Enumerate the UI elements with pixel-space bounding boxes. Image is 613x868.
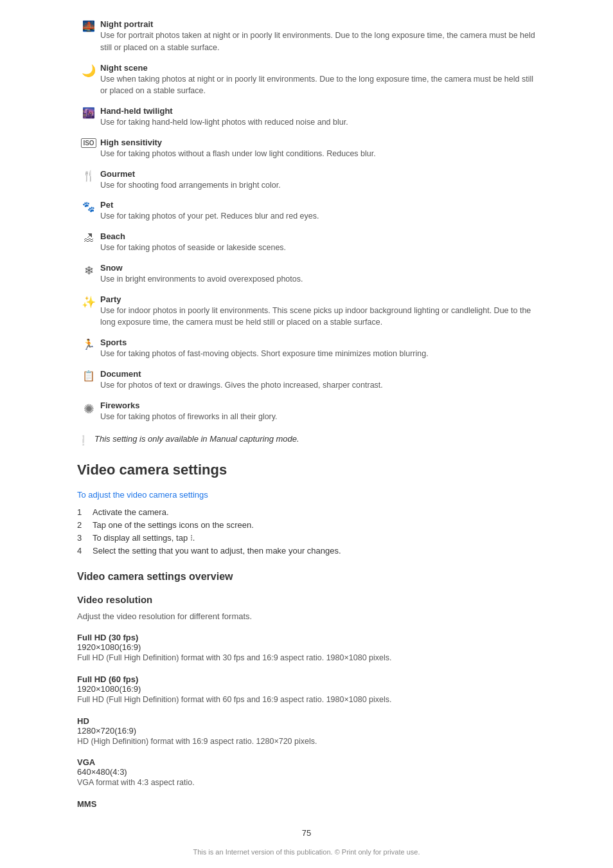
video-section-heading: Video camera settings <box>77 462 536 478</box>
step-item: 4Select the setting that you want to adj… <box>77 546 536 556</box>
scene-desc: Use for taking photos without a flash un… <box>100 148 536 160</box>
scene-icon: ISO <box>77 138 100 148</box>
scene-content: Snow Use in bright environments to avoid… <box>100 263 536 285</box>
scene-content: Sports Use for taking photos of fast-mov… <box>100 338 536 360</box>
scene-item: ✺ Fireworks Use for taking photos of fir… <box>77 401 536 423</box>
scene-content: Hand-held twilight Use for taking hand-h… <box>100 106 536 129</box>
resolution-item: Full HD (30 fps)1920×1080(16:9)Full HD (… <box>77 633 536 664</box>
scene-icon: ✺ <box>77 401 100 417</box>
resolution-heading: Video resolution <box>77 594 536 605</box>
scene-item: 🌆 Hand-held twilight Use for taking hand… <box>77 106 536 129</box>
step-number: 2 <box>77 520 87 530</box>
step-item: 2Tap one of the settings icons on the sc… <box>77 520 536 530</box>
scene-desc: Use for photos of text or drawings. Give… <box>100 379 536 392</box>
scene-icon: 🏃 <box>77 338 100 350</box>
step-text: Select the setting that you want to adju… <box>93 546 536 556</box>
res-sublabel: 640×480(4:3) <box>77 767 536 777</box>
scene-icon: 🌉 <box>77 19 100 32</box>
res-label: VGA <box>77 757 536 767</box>
scene-title: Fireworks <box>100 401 536 410</box>
page: 🌉 Night portrait Use for portrait photos… <box>0 0 613 868</box>
step-number: 1 <box>77 507 87 517</box>
scene-content: High sensitivity Use for taking photos w… <box>100 138 536 160</box>
scene-title: Sports <box>100 338 536 347</box>
scene-icon: 🏖 <box>77 231 100 244</box>
scene-title: Party <box>100 294 536 304</box>
res-desc: Full HD (Full High Definition) format wi… <box>77 694 536 706</box>
scene-desc: Use for portrait photos taken at night o… <box>100 30 536 54</box>
scene-title: High sensitivity <box>100 138 536 147</box>
scene-content: Party Use for indoor photos in poorly li… <box>100 294 536 329</box>
scene-content: Beach Use for taking photos of seaside o… <box>100 231 536 254</box>
scene-title: Pet <box>100 200 536 210</box>
scene-content: Gourmet Use for shooting food arrangemen… <box>100 169 536 192</box>
scene-item: 🏖 Beach Use for taking photos of seaside… <box>77 231 536 254</box>
scene-desc: Use for taking photos of your pet. Reduc… <box>100 210 536 222</box>
scene-item: 🍴 Gourmet Use for shooting food arrangem… <box>77 169 536 192</box>
scene-title: Night scene <box>100 63 536 73</box>
page-number: 75 <box>77 828 536 838</box>
scene-content: Fireworks Use for taking photos of firew… <box>100 401 536 423</box>
scene-title: Gourmet <box>100 169 536 179</box>
res-desc: VGA format with 4:3 aspect ratio. <box>77 777 536 789</box>
scene-content: Document Use for photos of text or drawi… <box>100 369 536 392</box>
scene-item: ✨ Party Use for indoor photos in poorly … <box>77 294 536 329</box>
video-settings-link[interactable]: To adjust the video camera settings <box>77 490 536 500</box>
footer: This is an Internet version of this publ… <box>77 848 536 856</box>
res-sublabel: 1920×1080(16:9) <box>77 684 536 694</box>
scene-item: 🌉 Night portrait Use for portrait photos… <box>77 19 536 54</box>
step-text: Activate the camera. <box>93 507 536 517</box>
scene-desc: Use for taking photos of seaside or lake… <box>100 242 536 254</box>
scene-desc: Use when taking photos at night or in po… <box>100 73 536 98</box>
scene-title: Beach <box>100 231 536 241</box>
overview-heading: Video camera settings overview <box>77 571 536 583</box>
scene-desc: Use for taking hand-held low-light photo… <box>100 116 536 129</box>
resolution-desc: Adjust the video resolution for differen… <box>77 610 536 624</box>
scene-icon: 🌙 <box>77 63 100 78</box>
scene-icon: 📋 <box>77 369 100 382</box>
res-sublabel: 1280×720(16:9) <box>77 726 536 736</box>
note-text: This setting is only available in Manual… <box>94 434 299 444</box>
step-number: 4 <box>77 546 87 556</box>
scene-icon: ✨ <box>77 294 100 309</box>
scene-content: Night portrait Use for portrait photos t… <box>100 19 536 54</box>
res-label: Full HD (60 fps) <box>77 674 536 684</box>
scene-item: 🐾 Pet Use for taking photos of your pet.… <box>77 200 536 222</box>
scene-desc: Use for taking photos of fast-moving obj… <box>100 348 536 360</box>
scene-item: ❄ Snow Use in bright environments to avo… <box>77 263 536 285</box>
scene-content: Pet Use for taking photos of your pet. R… <box>100 200 536 222</box>
resolution-item: MMS <box>77 799 536 809</box>
step-item: 3To display all settings, tap ⁝. <box>77 533 536 543</box>
scene-title: Document <box>100 369 536 379</box>
res-label: MMS <box>77 799 536 809</box>
step-item: 1Activate the camera. <box>77 507 536 517</box>
scene-desc: Use in bright environments to avoid over… <box>100 273 536 285</box>
res-desc: HD (High Definition) format with 16:9 as… <box>77 736 536 748</box>
scene-content: Night scene Use when taking photos at ni… <box>100 63 536 98</box>
scene-icon: 🐾 <box>77 200 100 213</box>
scene-title: Snow <box>100 263 536 273</box>
scene-title: Night portrait <box>100 19 536 29</box>
resolution-item: VGA640×480(4:3)VGA format with 4:3 aspec… <box>77 757 536 789</box>
res-sublabel: 1920×1080(16:9) <box>77 642 536 652</box>
scene-item: 🌙 Night scene Use when taking photos at … <box>77 63 536 98</box>
scene-icon: 🌆 <box>77 106 100 119</box>
step-text: Tap one of the settings icons on the scr… <box>93 520 536 530</box>
resolution-item: Full HD (60 fps)1920×1080(16:9)Full HD (… <box>77 674 536 706</box>
resolution-item: HD1280×720(16:9)HD (High Definition) for… <box>77 716 536 748</box>
res-label: Full HD (30 fps) <box>77 633 536 642</box>
step-number: 3 <box>77 533 87 543</box>
scene-desc: Use for indoor photos in poorly lit envi… <box>100 305 536 329</box>
scene-item: 📋 Document Use for photos of text or dra… <box>77 369 536 392</box>
resolution-items-container: Full HD (30 fps)1920×1080(16:9)Full HD (… <box>77 633 536 809</box>
step-text: To display all settings, tap ⁝. <box>93 533 536 543</box>
res-desc: Full HD (Full High Definition) format wi… <box>77 652 536 664</box>
res-label: HD <box>77 716 536 726</box>
scene-item: 🏃 Sports Use for taking photos of fast-m… <box>77 338 536 360</box>
scene-item: ISO High sensitivity Use for taking phot… <box>77 138 536 160</box>
scene-title: Hand-held twilight <box>100 106 536 116</box>
scene-icon: 🍴 <box>77 169 100 182</box>
steps-list: 1Activate the camera.2Tap one of the set… <box>77 507 536 556</box>
scene-desc: Use for shooting food arrangements in br… <box>100 179 536 192</box>
scene-desc: Use for taking photos of fireworks in al… <box>100 411 536 423</box>
